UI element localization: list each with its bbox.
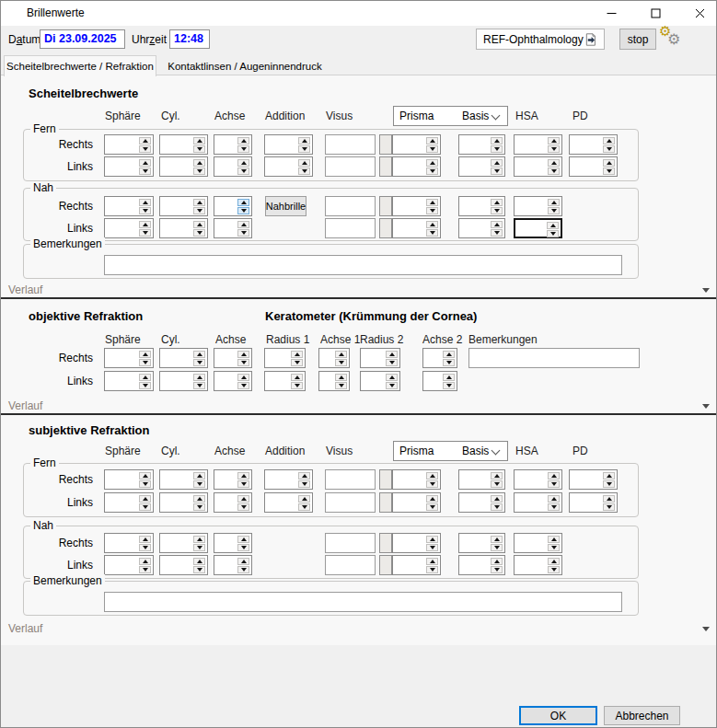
- spin-down-icon[interactable]: [603, 503, 615, 511]
- hsa-spinner[interactable]: [514, 492, 562, 513]
- spin-down-icon[interactable]: [491, 503, 503, 511]
- spin-up-icon[interactable]: [426, 558, 438, 565]
- sphaere-spinner[interactable]: [104, 469, 154, 490]
- spin-down-icon[interactable]: [386, 382, 398, 389]
- cyl-spinner[interactable]: [159, 134, 208, 155]
- achse-spinner[interactable]: [214, 555, 252, 575]
- spin-down-icon[interactable]: [139, 168, 151, 175]
- spin-up-icon[interactable]: [139, 221, 151, 228]
- spin-up-icon[interactable]: [426, 472, 438, 480]
- prisma-base-indicator[interactable]: [379, 134, 392, 155]
- cyl-spinner[interactable]: [159, 371, 208, 391]
- achse-spinner[interactable]: [214, 371, 252, 391]
- visus-input[interactable]: [325, 469, 376, 490]
- spin-up-icon[interactable]: [548, 472, 560, 480]
- spin-down-icon[interactable]: [139, 480, 151, 488]
- spin-down-icon[interactable]: [139, 566, 151, 573]
- spin-down-icon[interactable]: [193, 503, 205, 511]
- pd-spinner[interactable]: [569, 134, 618, 155]
- hsa-spinner[interactable]: [514, 533, 562, 553]
- achse-spinner[interactable]: [214, 469, 252, 490]
- sphaere-spinner[interactable]: [104, 218, 154, 238]
- spin-down-icon[interactable]: [548, 168, 560, 175]
- spin-up-icon[interactable]: [237, 199, 249, 206]
- prisma-spinner[interactable]: [392, 218, 441, 238]
- settings-button[interactable]: ⚙ ⚙: [659, 26, 690, 52]
- spin-down-icon[interactable]: [491, 207, 503, 214]
- spin-up-icon[interactable]: [139, 536, 151, 543]
- sphaere-spinner[interactable]: [104, 134, 154, 155]
- prisma-spinner[interactable]: [392, 156, 441, 177]
- achse2-spinner[interactable]: [422, 371, 457, 391]
- achse-spinner[interactable]: [214, 492, 252, 513]
- spin-up-icon[interactable]: [298, 137, 310, 144]
- cyl-spinner[interactable]: [159, 348, 208, 368]
- cyl-spinner[interactable]: [159, 492, 208, 513]
- pd-spinner[interactable]: [569, 469, 618, 490]
- spin-up-icon[interactable]: [548, 495, 560, 503]
- prisma-base-indicator[interactable]: [379, 533, 392, 553]
- spin-down-icon[interactable]: [443, 359, 455, 366]
- spin-up-icon[interactable]: [603, 472, 615, 480]
- spin-down-icon[interactable]: [193, 229, 205, 237]
- spin-down-icon[interactable]: [548, 503, 560, 511]
- spin-up-icon[interactable]: [426, 199, 438, 206]
- achse1-spinner[interactable]: [318, 371, 350, 391]
- spin-up-icon[interactable]: [491, 558, 503, 565]
- spin-up-icon[interactable]: [443, 374, 455, 381]
- spin-up-icon[interactable]: [237, 472, 249, 480]
- cyl-spinner[interactable]: [159, 555, 208, 575]
- spin-up-icon[interactable]: [193, 351, 205, 358]
- cyl-spinner[interactable]: [159, 156, 208, 177]
- spin-down-icon[interactable]: [548, 480, 560, 488]
- spin-down-icon[interactable]: [237, 145, 249, 153]
- spin-up-icon[interactable]: [193, 536, 205, 543]
- spin-up-icon[interactable]: [193, 558, 205, 565]
- achse-spinner[interactable]: [214, 134, 252, 155]
- spin-down-icon[interactable]: [491, 544, 503, 551]
- spin-down-icon[interactable]: [548, 566, 560, 573]
- achse1-spinner[interactable]: [318, 348, 350, 368]
- spin-up-icon[interactable]: [386, 351, 398, 358]
- basis-spinner[interactable]: [458, 533, 505, 553]
- prisma-spinner[interactable]: [392, 134, 441, 155]
- spin-down-icon[interactable]: [193, 207, 205, 214]
- prisma-base-indicator[interactable]: [379, 218, 392, 238]
- spin-up-icon[interactable]: [491, 159, 503, 167]
- nahbrille-button[interactable]: Nahbrille: [265, 196, 306, 216]
- maximize-button[interactable]: [640, 2, 671, 25]
- spin-down-icon[interactable]: [426, 229, 438, 237]
- sphaere-spinner[interactable]: [104, 371, 154, 391]
- cyl-spinner[interactable]: [159, 218, 208, 238]
- basis-spinner[interactable]: [458, 469, 505, 490]
- hsa-spinner[interactable]: [514, 469, 562, 490]
- spin-down-icon[interactable]: [426, 544, 438, 551]
- spin-down-icon[interactable]: [426, 207, 438, 214]
- tab-scheitelbrechwerte-refraktion[interactable]: Scheitelbrechwerte / Refraktion: [4, 55, 156, 76]
- prisma-basis-dropdown[interactable]: Prisma Basis: [393, 106, 508, 126]
- spin-down-icon[interactable]: [193, 168, 205, 175]
- spin-down-icon[interactable]: [335, 382, 347, 389]
- spin-up-icon[interactable]: [237, 558, 249, 565]
- hsa-spinner[interactable]: [514, 134, 562, 155]
- cyl-spinner[interactable]: [159, 533, 208, 553]
- spin-down-icon[interactable]: [426, 566, 438, 573]
- basis-spinner[interactable]: [458, 156, 505, 177]
- cyl-spinner[interactable]: [159, 196, 208, 216]
- spin-down-icon[interactable]: [291, 359, 303, 366]
- spin-up-icon[interactable]: [491, 137, 503, 144]
- spin-down-icon[interactable]: [237, 359, 249, 366]
- spin-down-icon[interactable]: [139, 145, 151, 153]
- stop-button[interactable]: stop: [619, 29, 656, 50]
- spin-down-icon[interactable]: [426, 145, 438, 153]
- hsa-spinner[interactable]: [514, 555, 562, 575]
- spin-down-icon[interactable]: [335, 359, 347, 366]
- spin-up-icon[interactable]: [426, 221, 438, 228]
- pd-spinner[interactable]: [569, 156, 618, 177]
- sphaere-spinner[interactable]: [104, 196, 154, 216]
- prisma-base-indicator[interactable]: [379, 156, 392, 177]
- spin-down-icon[interactable]: [298, 168, 310, 175]
- spin-up-icon[interactable]: [291, 374, 303, 381]
- visus-input[interactable]: [325, 196, 376, 216]
- spin-down-icon[interactable]: [298, 145, 310, 153]
